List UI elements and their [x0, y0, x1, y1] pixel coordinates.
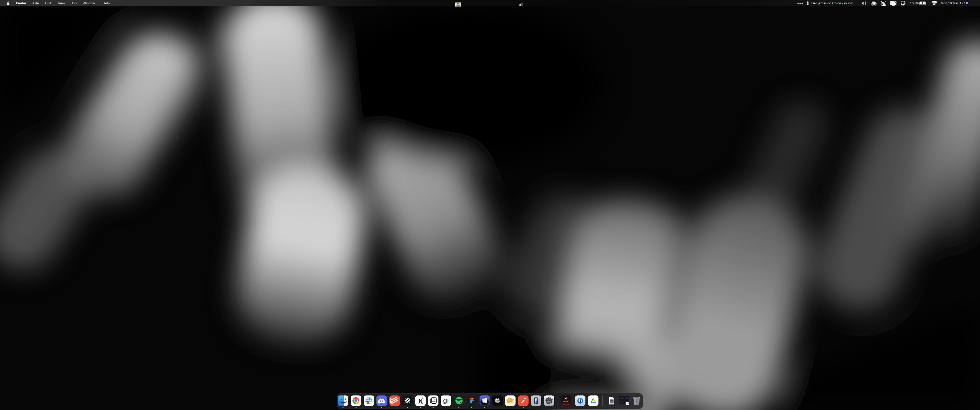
svg-text:raycast: raycast: [563, 400, 569, 402]
svg-text:11: 11: [627, 402, 628, 404]
svg-text:10: 10: [432, 399, 436, 403]
svg-text:g: g: [443, 397, 447, 404]
